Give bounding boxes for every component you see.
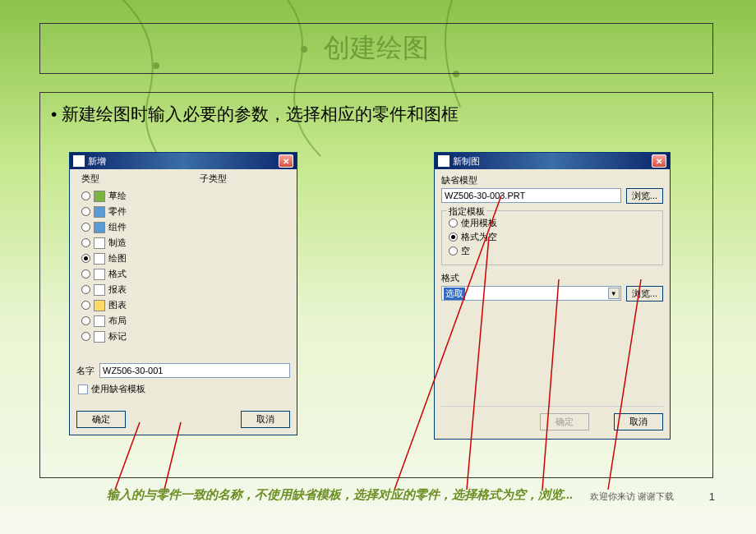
format-value: 选取 (444, 288, 465, 300)
subtype-header: 子类型 (200, 173, 227, 185)
default-model-label: 缺省模型 (441, 174, 663, 186)
cancel-button[interactable]: 取消 (614, 413, 663, 430)
type-header: 类型 (81, 173, 127, 185)
checkbox-icon (78, 384, 88, 394)
name-label: 名字 (76, 365, 94, 377)
template-legend: 指定模板 (447, 205, 486, 218)
app-icon (73, 155, 85, 167)
chevron-down-icon[interactable]: ▼ (608, 288, 620, 299)
dialog-titlebar[interactable]: 新增 ✕ (70, 153, 297, 169)
type-option-layout[interactable]: 布局 (81, 313, 127, 329)
type-option-format[interactable]: 格式 (81, 266, 127, 282)
format-icon (94, 269, 105, 280)
type-option-report[interactable]: 报表 (81, 282, 127, 297)
type-option-part[interactable]: 零件 (81, 204, 127, 219)
type-option-manufacture[interactable]: 制造 (81, 235, 127, 251)
new-drawing-dialog: 新制图 ✕ 缺省模型 浏览... 指定模板 使用模板 格式为空 空 格式 选取 … (434, 152, 671, 440)
layout-icon (94, 315, 105, 327)
ok-button[interactable]: 确定 (76, 411, 126, 428)
assembly-icon (94, 222, 105, 233)
dialog-titlebar[interactable]: 新制图 ✕ (435, 153, 670, 169)
sketch-icon (94, 191, 105, 202)
close-icon[interactable]: ✕ (652, 154, 666, 168)
type-option-chart[interactable]: 图表 (81, 297, 127, 313)
close-icon[interactable]: ✕ (279, 154, 293, 168)
type-option-assembly[interactable]: 组件 (81, 219, 127, 235)
template-fieldset: 指定模板 使用模板 格式为空 空 (441, 210, 663, 265)
manufacture-icon (94, 237, 105, 249)
name-input[interactable] (99, 363, 290, 378)
drawing-icon (94, 253, 105, 265)
title-container: 创建绘图 (39, 23, 713, 74)
footer-text: 欢迎你来访 谢谢下载 (590, 490, 674, 503)
template-option-format-empty[interactable]: 格式为空 (449, 230, 656, 244)
slide-title: 创建绘图 (324, 30, 429, 67)
template-option-empty[interactable]: 空 (449, 244, 656, 258)
chart-icon (94, 300, 105, 311)
annotation-caption: 输入的与零件一致的名称，不使用缺省模板，选择对应的零件，选择格式为空，浏览... (107, 487, 574, 503)
format-combobox[interactable]: 选取 ▼ (441, 286, 621, 301)
mark-icon (94, 331, 105, 343)
part-icon (94, 206, 105, 218)
cancel-button[interactable]: 取消 (241, 411, 290, 428)
type-option-sketch[interactable]: 草绘 (81, 188, 127, 204)
bullet-text: 新建绘图时输入必要的参数，选择相应的零件和图框 (51, 103, 459, 126)
browse-model-button[interactable]: 浏览... (626, 188, 663, 204)
use-default-template-checkbox[interactable]: 使用缺省模板 (78, 383, 145, 395)
report-icon (94, 284, 105, 296)
format-label: 格式 (441, 272, 663, 284)
dialog-title-text: 新制图 (453, 155, 480, 168)
dialog-title-text: 新增 (88, 155, 106, 168)
page-number: 1 (709, 490, 715, 503)
type-option-drawing[interactable]: 绘图 (81, 251, 127, 266)
new-dialog: 新增 ✕ 类型 草绘 零件 组件 制造 绘图 格式 报表 图表 布局 标记 子类… (69, 152, 297, 435)
use-default-label: 使用缺省模板 (91, 383, 145, 395)
type-option-mark[interactable]: 标记 (81, 329, 127, 344)
browse-format-button[interactable]: 浏览... (626, 286, 663, 302)
app-icon (438, 155, 449, 167)
template-option-use[interactable]: 使用模板 (449, 216, 656, 230)
model-input[interactable] (441, 188, 621, 203)
ok-button[interactable]: 确定 (540, 413, 589, 430)
